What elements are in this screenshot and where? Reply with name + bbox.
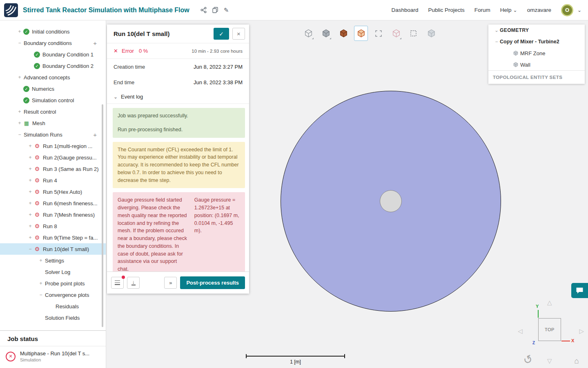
expand-icon[interactable]: + <box>27 189 33 195</box>
tilt-down-arrow-icon[interactable]: ▽ <box>547 358 552 364</box>
tree-item-solver-log[interactable]: Solver Log <box>0 266 106 278</box>
tree-item-solution-fields[interactable]: Solution Fields <box>0 312 106 323</box>
geometry-item-mrf-zone[interactable]: MRF Zone <box>488 47 585 59</box>
copy-project-button[interactable] <box>209 5 221 15</box>
rotate-right-arrow-icon[interactable]: ▷ <box>579 328 584 334</box>
nav-dashboard[interactable]: Dashboard <box>391 7 418 13</box>
rotate-left-arrow-icon[interactable]: ◁ <box>518 328 523 334</box>
expand-icon[interactable]: + <box>27 155 33 160</box>
expand-icon[interactable]: + <box>16 29 23 34</box>
tree-item-simulation-runs[interactable]: −Simulation Runs+ <box>0 129 106 140</box>
home-view-icon[interactable]: ⌂ <box>575 357 579 365</box>
tree-item-run-5-hex-auto[interactable]: +⚙Run 5(Hex Auto) <box>0 186 106 197</box>
tree-item-probe-point-plots[interactable]: +Probe point plots <box>0 278 106 289</box>
creation-time-label: Creation time <box>114 64 145 70</box>
tree-item-run-1-multi-region[interactable]: +⚙Run 1(multi-region ... <box>0 140 106 152</box>
expand-icon[interactable]: + <box>16 120 23 126</box>
tree-item-run-8[interactable]: +⚙Run 8 <box>0 220 106 232</box>
logo-swirl-icon <box>4 3 18 17</box>
tree-item-run-7-mesh-fineness[interactable]: +⚙Run 7(Mesh fineness) <box>0 209 106 220</box>
tree-item-convergence-plots[interactable]: −Convergence plots <box>0 289 106 301</box>
solid-shading-cube-icon[interactable] <box>319 26 333 41</box>
dropdown-corner-icon <box>400 38 401 39</box>
expand-icon[interactable]: + <box>38 258 44 263</box>
expand-panel-button[interactable]: » <box>164 277 177 289</box>
post-process-results-button[interactable]: Post-process results <box>180 276 245 289</box>
geometry-section-header[interactable]: ⌄ GEOMETRY <box>488 25 585 36</box>
expand-icon[interactable]: + <box>27 200 33 206</box>
expand-icon[interactable]: + <box>27 235 33 240</box>
event-list-button[interactable] <box>111 277 124 289</box>
volumes-cube-icon[interactable] <box>354 26 368 41</box>
tree-scrollbar[interactable] <box>102 104 103 327</box>
tilt-up-arrow-icon[interactable]: △ <box>547 299 552 305</box>
edit-title-button[interactable]: ✎ <box>221 5 232 16</box>
collapse-icon[interactable]: − <box>16 40 23 46</box>
close-panel-button[interactable]: × <box>232 28 245 40</box>
app-logo[interactable] <box>4 3 18 17</box>
expand-icon[interactable]: + <box>16 74 23 80</box>
tree-item-simulation-control[interactable]: ✓Simulation control <box>0 94 106 106</box>
expand-icon[interactable]: + <box>27 223 33 229</box>
collapse-icon[interactable]: − <box>27 246 33 252</box>
expand-icon[interactable]: + <box>27 212 33 218</box>
download-results-button[interactable]: ↓ <box>127 277 140 289</box>
rotate-view-icon[interactable]: ↺ <box>521 353 535 367</box>
tree-item-numerics[interactable]: ✓Numerics <box>0 83 106 94</box>
avatar[interactable]: O <box>561 4 573 16</box>
tree-item-run-10-del-t-small[interactable]: −⚙Run 10(del T small) <box>0 243 106 255</box>
tree-item-result-control[interactable]: +Result control <box>0 106 106 117</box>
collapse-icon[interactable]: − <box>493 39 500 45</box>
expand-icon[interactable]: + <box>38 280 44 286</box>
tree-item-settings[interactable]: +Settings <box>0 255 106 266</box>
geometry-root-item[interactable]: − Copy of Mixer - Turbine2 <box>488 36 585 47</box>
tree-item-advanced-concepts[interactable]: +Advanced concepts <box>0 72 106 83</box>
support-chat-button[interactable] <box>571 283 588 298</box>
nav-public-projects[interactable]: Public Projects <box>428 7 465 13</box>
tree-item-boundary-condition-1[interactable]: ✓Boundary Condition 1 <box>0 49 106 60</box>
perspective-cube-icon[interactable] <box>301 26 315 41</box>
tree-item-boundary-condition-2[interactable]: ✓Boundary Condition 2 <box>0 60 106 72</box>
share-button[interactable] <box>198 5 209 15</box>
job-status-item[interactable]: ✕ Multiphase - Run 10(del T s... Simulat… <box>0 346 106 368</box>
tree-item-run-3-same-as-run-2[interactable]: +⚙Run 3 (Same as Run 2) <box>0 163 106 175</box>
chat-bubble-icon <box>576 287 584 294</box>
expand-icon[interactable]: + <box>27 143 33 149</box>
run-status-label: Error <box>122 48 134 54</box>
tree-item-run-9-time-step-fa[interactable]: +⚙Run 9(Time Step = fa... <box>0 232 106 243</box>
expand-icon[interactable]: + <box>27 177 33 183</box>
nav-help[interactable]: Help⌄ <box>500 7 517 13</box>
collapse-icon[interactable]: − <box>38 292 44 298</box>
viewport-3d[interactable]: Run 10(del T small) ✓ × ✕ Error 0 % 10 m… <box>106 20 588 368</box>
view-cube-top-face[interactable]: TOP <box>538 318 561 341</box>
run-icon: ⚙ <box>33 154 41 161</box>
event-log-toggle[interactable]: ⌄ Event log <box>107 90 249 104</box>
nav-forum[interactable]: Forum <box>474 7 490 13</box>
transparent-cube-icon[interactable] <box>389 26 403 41</box>
confirm-button[interactable]: ✓ <box>214 28 229 40</box>
download-icon: ↓ <box>131 280 136 285</box>
tree-item-label: Run 4 <box>43 177 57 184</box>
geometry-item-wall[interactable]: Wall <box>488 59 585 70</box>
tree-item-boundary-conditions[interactable]: −Boundary conditions+ <box>0 37 106 49</box>
collapse-icon[interactable]: − <box>16 132 23 137</box>
tree-item-residuals[interactable]: Residuals <box>0 301 106 312</box>
topological-entity-sets-header[interactable]: TOPOLOGICAL ENTITY SETS <box>488 70 585 84</box>
add-icon[interactable]: + <box>93 40 97 47</box>
tree-item-run-4[interactable]: +⚙Run 4 <box>0 175 106 186</box>
tree-item-run-6-mesh-fineness[interactable]: +⚙Run 6(mesh fineness... <box>0 197 106 209</box>
shaft-geometry[interactable] <box>380 190 402 212</box>
tree-item-initial-conditions[interactable]: +✓Initial conditions <box>0 26 106 37</box>
box-select-icon[interactable] <box>407 26 421 41</box>
hidden-cube-icon[interactable] <box>424 26 438 41</box>
add-icon[interactable]: + <box>93 131 97 138</box>
tree-item-label: Simulation Runs <box>24 132 62 138</box>
account-menu[interactable]: O ⌄ <box>561 4 581 16</box>
fit-view-icon[interactable] <box>372 26 385 41</box>
username-label[interactable]: omzavare <box>527 7 551 13</box>
surfaces-cube-icon[interactable] <box>336 26 350 41</box>
expand-icon[interactable]: + <box>16 109 23 114</box>
tree-item-run-2-gauge-pressu[interactable]: +⚙Run 2(Gauge pressu... <box>0 152 106 163</box>
tree-item-mesh[interactable]: +▦Mesh <box>0 117 106 129</box>
expand-icon[interactable]: + <box>27 166 33 172</box>
